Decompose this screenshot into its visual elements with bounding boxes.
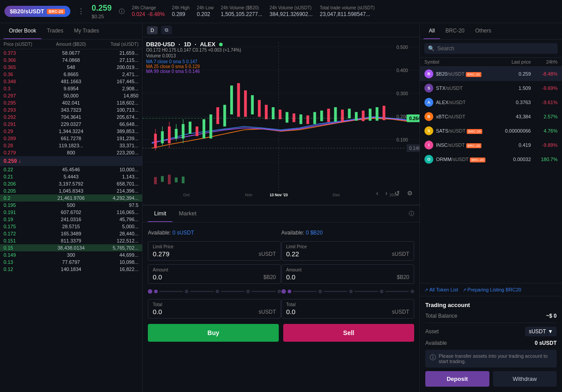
sell-button[interactable]: Sell	[283, 324, 414, 342]
price-sub: $0.25	[92, 14, 112, 19]
sell-slider-handle[interactable]	[281, 289, 286, 294]
more-icon[interactable]: ⋮	[77, 7, 85, 16]
search-input[interactable]	[437, 45, 554, 52]
chevron-down-icon: ▼	[548, 328, 553, 335]
sell-limit-price-input[interactable]	[286, 250, 360, 258]
table-row[interactable]: 0.2245.454610,000...	[0, 166, 142, 173]
sell-amount-input[interactable]	[286, 273, 360, 281]
list-item[interactable]: A ALEX/sUSDT 0.3763 -9.61%	[420, 95, 562, 109]
tab-limit[interactable]: Limit	[148, 206, 172, 222]
table-row[interactable]: 0.1538,438.01345,765,702...	[0, 244, 142, 251]
table-row[interactable]: 0.19241.031645,796...	[0, 216, 142, 223]
chart-settings-btn[interactable]: ⚙	[405, 189, 415, 198]
sell-tick-0[interactable]	[288, 290, 291, 293]
list-item[interactable]: B $B20/sUSDT BRC-20 0.259 -8.48%	[420, 67, 562, 81]
list-item[interactable]: B xBTC/sUSDT 43,384 2.57%	[420, 109, 562, 124]
chart-reset-btn[interactable]: ↺	[392, 189, 402, 198]
table-row[interactable]: 0.36674.086827,115...	[0, 57, 142, 64]
table-row[interactable]: 0.191607.6702116,065...	[0, 209, 142, 216]
table-row[interactable]: 0.172165.348928,440...	[0, 230, 142, 237]
withdraw-button[interactable]: Withdraw	[493, 371, 557, 387]
total-balance-row: Total Balance ~$ 0	[425, 313, 557, 319]
interval-day-btn[interactable]: D	[147, 26, 158, 34]
list-item[interactable]: S STX/sUSDT 1.509 -9.69%	[420, 81, 562, 95]
buy-tick-100[interactable]	[277, 290, 281, 293]
table-row[interactable]: 0.1377.679710,098...	[0, 259, 142, 266]
table-row[interactable]: 0.2063,197.5792658,701...	[0, 180, 142, 187]
chart-prev-btn[interactable]: ‹	[374, 189, 381, 198]
chart-next-btn[interactable]: ›	[383, 189, 390, 198]
table-row[interactable]: 0.291,344.3224389,853...	[0, 128, 142, 135]
table-row[interactable]: 0.295402.041118,602...	[0, 99, 142, 106]
table-row[interactable]: 0.2051,045.8343214,396...	[0, 187, 142, 194]
change-cell: -8.48%	[531, 71, 558, 77]
buy-button[interactable]: Buy	[148, 324, 279, 342]
info-icon[interactable]: ⓘ	[119, 8, 125, 16]
form-info-icon[interactable]: ⓘ	[409, 210, 414, 218]
tab-market[interactable]: Market	[172, 206, 203, 222]
buy-tick-75[interactable]	[246, 290, 250, 293]
sell-tick-75[interactable]	[380, 290, 383, 293]
list-item[interactable]: S SATS/sUSDT BRC-20 0.00000066 4.76%	[420, 124, 562, 138]
buy-tick-50[interactable]	[216, 290, 219, 293]
tab-trades[interactable]: Trades	[41, 23, 69, 39]
table-row[interactable]: 0.19550097.5	[0, 202, 142, 209]
table-row[interactable]: 0.291229.032766,648...	[0, 121, 142, 128]
buy-total-input[interactable]	[153, 308, 227, 315]
sell-tick-50[interactable]	[349, 290, 353, 293]
chart-type-btn[interactable]: ⧉	[161, 26, 172, 34]
table-row[interactable]: 0.29750,00014,850	[0, 92, 142, 99]
table-row[interactable]: 0.151811.3379122,512...	[0, 237, 142, 244]
table-row[interactable]: 0.221,461.97064,292,394...	[0, 194, 142, 202]
buy-amount-input[interactable]	[153, 273, 227, 281]
sell-limit-price-group[interactable]: Limit Price sUSDT	[281, 241, 415, 261]
table-row[interactable]: 0.293343.7323100,713...	[0, 106, 142, 113]
sell-total-group[interactable]: Total sUSDT	[281, 299, 415, 319]
svg-text:0.300: 0.300	[396, 91, 408, 96]
list-item[interactable]: I INSC/sUSDT BRC-20 0.419 -9.89%	[420, 138, 562, 152]
search-input-wrap[interactable]: 🔍	[424, 43, 558, 54]
table-row[interactable]: 0.14930044,699...	[0, 251, 142, 259]
listing-link[interactable]: ↗ Preparing Listing BRC20	[463, 287, 521, 292]
ticker-badge[interactable]: $B20/sUSDT BRC-20	[4, 6, 70, 17]
table-row[interactable]: 0.39.69542,908...	[0, 85, 142, 92]
tab-my-trades[interactable]: My Trades	[69, 23, 104, 39]
table-row[interactable]: 0.289661.7278191,239...	[0, 135, 142, 142]
buy-total-label: Total	[153, 302, 276, 307]
tab-brc20[interactable]: BRC-20	[440, 23, 470, 39]
svg-text:0.100: 0.100	[396, 137, 408, 142]
buy-limit-price-input[interactable]	[153, 250, 227, 258]
sell-tick-100[interactable]	[411, 290, 414, 293]
tab-all[interactable]: All	[424, 23, 440, 39]
table-row[interactable]: 0.348481.1663167,445...	[0, 78, 142, 85]
buy-tick-25[interactable]	[185, 290, 188, 293]
sell-tick-25[interactable]	[318, 290, 322, 293]
sell-column: Available: 0 $B20 Limit Price sUSDT Amou…	[281, 228, 415, 319]
buy-limit-price-group[interactable]: Limit Price sUSDT	[148, 241, 281, 261]
table-row[interactable]: 0.365548200.019...	[0, 64, 142, 71]
table-row[interactable]: 0.366.86652,471...	[0, 71, 142, 78]
all-token-link[interactable]: ↗ All Token List	[424, 287, 458, 292]
tab-order-book[interactable]: Order Book	[4, 23, 41, 39]
center-panel: D ⧉ DB20-USD · 1D · ALEX O0.172 H0.175 L…	[143, 23, 419, 392]
table-row[interactable]: 0.215.44431,143...	[0, 173, 142, 180]
buy-amount-group[interactable]: Amount $B20	[148, 264, 281, 284]
asset-select[interactable]: sUSDT ▼	[525, 327, 557, 336]
tab-others[interactable]: Others	[470, 23, 497, 39]
table-row[interactable]: 0.37358.067721,659...	[0, 49, 142, 57]
table-row[interactable]: 0.28119.1823...33,371...	[0, 142, 142, 149]
price-cell: 0.00000066	[495, 128, 531, 133]
table-row[interactable]: 0.292704.3641205,674...	[0, 113, 142, 121]
buy-total-group[interactable]: Total sUSDT	[148, 299, 281, 319]
deposit-button[interactable]: Deposit	[425, 371, 489, 387]
notice-row: ⓘ Please transfer assets into your tradi…	[425, 350, 557, 368]
buy-slider-handle[interactable]	[148, 289, 152, 294]
buy-tick-0[interactable]	[154, 290, 158, 293]
table-row[interactable]: 0.279800223,200...	[0, 149, 142, 156]
sell-amount-group[interactable]: Amount $B20	[281, 264, 415, 284]
list-item[interactable]: O ORMM/sUSDT BRC-20 0.00032 180.7%	[420, 152, 562, 166]
table-row[interactable]: 0.17528.57155,000...	[0, 223, 142, 230]
table-row[interactable]: 0.12140.183416,822...	[0, 266, 142, 273]
ohlc-values: O0.172 H0.175 L0.147 C0.175 +0.003 (+1.7…	[146, 48, 241, 53]
sell-total-input[interactable]	[286, 308, 360, 315]
